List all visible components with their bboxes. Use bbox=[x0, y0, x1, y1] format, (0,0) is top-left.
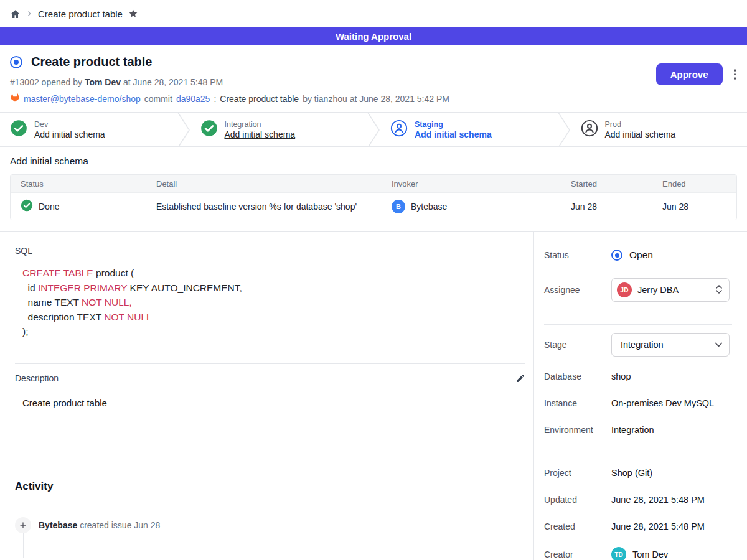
approve-button[interactable]: Approve bbox=[656, 63, 723, 85]
assignee-label: Assignee bbox=[544, 285, 611, 295]
edit-pencil-icon[interactable] bbox=[515, 373, 525, 383]
pending-approval-icon bbox=[390, 119, 408, 139]
stage-env-label: Integration bbox=[225, 120, 296, 129]
creator-label: Creator bbox=[544, 549, 611, 559]
task-invoker: Bytebase bbox=[411, 202, 447, 212]
divider bbox=[544, 450, 732, 450]
project-label: Project bbox=[544, 468, 611, 478]
instance-value: On-premises Dev MySQL bbox=[611, 398, 714, 408]
project-value[interactable]: Shop (Git) bbox=[611, 468, 652, 478]
star-icon[interactable] bbox=[128, 9, 138, 19]
status-banner: Waiting Approval bbox=[0, 27, 747, 45]
stage-env-label: Prod bbox=[605, 120, 676, 129]
creator-value: Tom Dev bbox=[632, 549, 668, 559]
repo-link[interactable]: master@bytebase-demo/shop bbox=[24, 94, 141, 104]
sql-keyword: CREATE TABLE bbox=[22, 268, 93, 278]
breadcrumb-page-title[interactable]: Create product table bbox=[38, 9, 123, 19]
database-label: Database bbox=[544, 371, 611, 381]
sql-text: KEY AUTO_INCREMENT, bbox=[127, 282, 242, 293]
stage-task-label: Add initial schema bbox=[34, 129, 105, 139]
home-icon[interactable] bbox=[10, 9, 21, 19]
column-status: Status bbox=[11, 179, 146, 189]
invoker-avatar: B bbox=[392, 200, 405, 213]
check-circle-icon bbox=[10, 119, 27, 139]
sql-keyword: NOT NULL, bbox=[82, 297, 132, 307]
activity-action: created issue Jun 28 bbox=[80, 520, 160, 530]
commit-suffix: by tianzhou at June 28, 2021 5:42 PM bbox=[303, 94, 449, 104]
page-title: Create product table bbox=[31, 55, 152, 69]
commit-line: master@bytebase-demo/shop commit da90a25… bbox=[10, 93, 737, 105]
stage-value: Integration bbox=[617, 340, 664, 350]
commit-sha-link[interactable]: da90a25 bbox=[176, 94, 210, 104]
stage-task-label: Add initial schema bbox=[605, 129, 676, 139]
stage-task-label: Add initial schema bbox=[415, 129, 492, 139]
column-started: Started bbox=[561, 179, 652, 189]
task-section: Add initial schema Status Detail Invoker… bbox=[0, 147, 747, 231]
pipeline-stage-integration[interactable]: Integration Add initial schema bbox=[190, 113, 367, 146]
more-menu-icon[interactable] bbox=[733, 67, 738, 82]
pipeline-stage-prod[interactable]: Prod Add initial schema bbox=[571, 113, 747, 146]
stage-select[interactable]: Integration bbox=[611, 333, 730, 357]
gitlab-icon bbox=[10, 93, 20, 105]
stage-env-label: Dev bbox=[34, 120, 105, 129]
sql-keyword: NOT NULL bbox=[104, 312, 151, 322]
issue-meta-suffix: at June 28, 2021 5:48 PM bbox=[123, 77, 223, 87]
status-label: Status bbox=[544, 250, 611, 260]
divider bbox=[544, 324, 732, 325]
timeline-line bbox=[23, 533, 24, 558]
table-row[interactable]: Done Established baseline version %s for… bbox=[11, 192, 736, 220]
pipeline-stage-staging[interactable]: Staging Add initial schema bbox=[380, 113, 557, 146]
activity-title: Activity bbox=[15, 480, 525, 493]
description-content: Create product table bbox=[22, 398, 525, 408]
database-value: shop bbox=[611, 371, 631, 381]
pipeline-stage-dev[interactable]: Dev Add initial schema bbox=[0, 113, 177, 146]
sql-text: ); bbox=[22, 326, 28, 337]
stage-separator bbox=[557, 113, 571, 147]
sql-code-block: CREATE TABLE product ( id INTEGER PRIMAR… bbox=[22, 266, 525, 339]
stage-env-label: Staging bbox=[415, 120, 492, 129]
environment-value: Integration bbox=[611, 425, 654, 435]
divider bbox=[15, 502, 525, 502]
commit-message: Create product table bbox=[220, 94, 299, 104]
activity-actor: Bytebase bbox=[39, 520, 77, 530]
created-value: June 28, 2021 5:48 PM bbox=[611, 521, 705, 531]
created-label: Created bbox=[544, 521, 611, 531]
task-detail: Established baseline version %s for data… bbox=[156, 202, 357, 212]
plus-icon bbox=[15, 517, 31, 533]
column-invoker: Invoker bbox=[382, 179, 561, 189]
column-detail: Detail bbox=[146, 179, 382, 189]
issue-header: Create product table #13002 opened by To… bbox=[0, 45, 747, 112]
sql-keyword: INTEGER PRIMARY bbox=[38, 282, 127, 293]
assignee-avatar: JD bbox=[617, 282, 632, 297]
pending-approval-icon bbox=[581, 119, 598, 139]
sql-text: description TEXT bbox=[22, 312, 104, 322]
pipeline: Dev Add initial schema Integration Add i… bbox=[0, 112, 747, 147]
chevron-right-icon bbox=[26, 8, 32, 19]
status-value: Open bbox=[629, 250, 653, 261]
sql-text: id bbox=[22, 282, 38, 293]
description-label: Description bbox=[15, 373, 59, 383]
commit-word: commit bbox=[144, 94, 172, 104]
assignee-select[interactable]: JD Jerry DBA bbox=[611, 278, 730, 302]
activity-item: Bytebase created issue Jun 28 bbox=[15, 517, 525, 533]
stage-separator bbox=[177, 113, 190, 147]
issue-main-panel: SQL CREATE TABLE product ( id INTEGER PR… bbox=[0, 232, 533, 560]
stage-task-label: Add initial schema bbox=[225, 129, 296, 139]
instance-label: Instance bbox=[544, 398, 611, 408]
issue-meta-prefix: #13002 opened by bbox=[10, 77, 82, 87]
open-status-icon bbox=[611, 250, 622, 261]
divider bbox=[15, 363, 525, 364]
sql-section-label: SQL bbox=[15, 246, 525, 256]
status-banner-label: Waiting Approval bbox=[336, 31, 411, 42]
stage-separator bbox=[367, 113, 380, 147]
environment-label: Environment bbox=[544, 425, 611, 435]
task-started: Jun 28 bbox=[571, 202, 597, 212]
sql-text: product ( bbox=[93, 268, 134, 278]
updated-label: Updated bbox=[544, 495, 611, 505]
chevron-down-icon bbox=[715, 340, 723, 350]
issue-meta: #13002 opened by Tom Dev at June 28, 202… bbox=[10, 77, 737, 87]
updown-chevron-icon bbox=[715, 284, 723, 296]
breadcrumb: Create product table bbox=[0, 0, 747, 27]
column-ended: Ended bbox=[652, 179, 736, 189]
updated-value: June 28, 2021 5:48 PM bbox=[611, 495, 705, 505]
